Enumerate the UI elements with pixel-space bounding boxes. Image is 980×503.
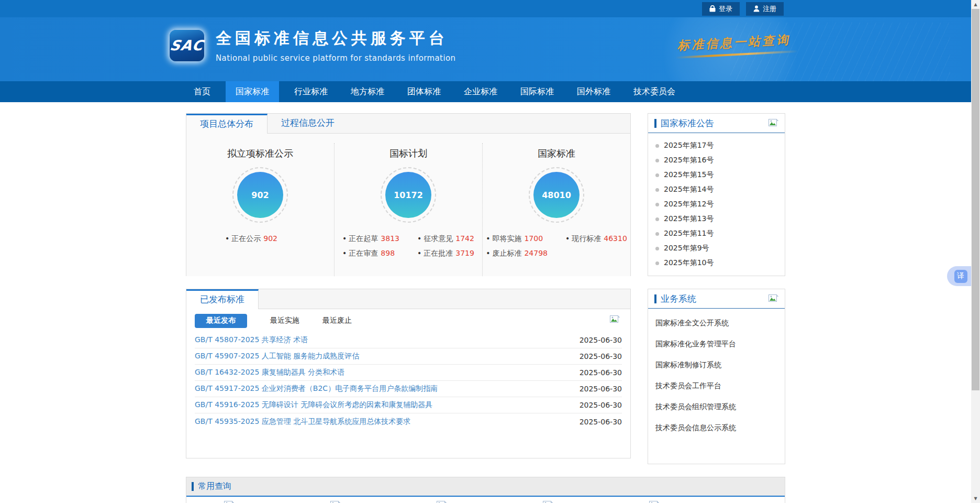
bullet-dot-icon xyxy=(655,188,659,192)
stat-item[interactable]: •正在批准3719 xyxy=(417,249,474,258)
announcement-item[interactable]: 2025年第12号 xyxy=(655,197,777,212)
published-row: GB/T 16432-2025 康复辅助器具 分类和术语 2025-06-30 xyxy=(195,365,622,381)
stat-value: 46310 xyxy=(604,234,627,243)
announcement-item[interactable]: 2025年第15号 xyxy=(655,168,777,182)
announcement-item[interactable]: 2025年第17号 xyxy=(655,138,777,153)
accent-bar xyxy=(654,294,656,303)
stat-item[interactable]: •正在起草3813 xyxy=(342,234,399,244)
published-list: GB/T 45807-2025 共享经济 术语 2025-06-30 GB/T … xyxy=(186,332,630,430)
nav-item[interactable]: 地方标准 xyxy=(343,81,392,102)
standard-link[interactable]: GB/T 45807-2025 共享经济 术语 xyxy=(195,335,308,345)
standard-link[interactable]: GB/T 45916-2025 无障碍设计 无障碍会议所考虑的因素和康复辅助器具 xyxy=(195,400,432,410)
brand[interactable]: SAC 全国标准信息公共服务平台 National public service… xyxy=(170,28,455,63)
broken-image-icon xyxy=(610,315,620,323)
stat-item[interactable]: •现行标准46310 xyxy=(565,234,627,244)
bullet-dot-icon xyxy=(655,261,659,265)
overview-body: 拟立项标准公示 902 •正在公示902 xyxy=(186,134,630,276)
sac-logo-text: SAC xyxy=(169,37,205,53)
announcements-title: 国家标准公告 xyxy=(661,117,714,129)
standard-link[interactable]: GB/T 45907-2025 人工智能 服务能力成熟度评估 xyxy=(195,352,359,361)
scrollbar-thumb[interactable] xyxy=(972,9,979,390)
standard-link[interactable]: GB/T 45917-2025 企业对消费者（B2C）电子商务平台用户条款编制指… xyxy=(195,384,438,393)
stat-item[interactable]: •正在审查898 xyxy=(342,249,399,258)
system-link[interactable]: 技术委员会工作平台 xyxy=(655,376,777,397)
announcement-label: 2025年第10号 xyxy=(664,258,714,268)
system-link[interactable]: 国家标准全文公开系统 xyxy=(655,313,777,334)
announcement-item[interactable]: 2025年第13号 xyxy=(655,212,777,226)
register-button[interactable]: 注册 xyxy=(746,2,784,16)
nav-item[interactable]: 国际标准 xyxy=(513,81,562,102)
stat-item[interactable]: •正在公示902 xyxy=(225,234,277,244)
standard-date: 2025-06-30 xyxy=(580,385,622,393)
common-queries-title: 常用查询 xyxy=(198,481,231,492)
published-row: GB/T 45807-2025 共享经济 术语 2025-06-30 xyxy=(195,332,622,348)
stat-col-national: 国家标准 48010 •即将实施1700 •现行标准46310 xyxy=(482,143,630,276)
announcement-label: 2025年第14号 xyxy=(664,185,714,194)
announcement-item[interactable]: 2025年第11号 xyxy=(655,226,777,241)
stat-value: 1700 xyxy=(524,234,543,243)
broken-image-icon[interactable] xyxy=(649,501,659,503)
nav-item[interactable]: 国家标准 xyxy=(226,81,279,102)
published-standards-panel: 已发布标准 最近发布 最近实施 最近废止 xyxy=(186,289,631,458)
stat-item[interactable]: •废止标准24798 xyxy=(486,249,548,258)
system-link[interactable]: 技术委员会组织管理系统 xyxy=(655,397,777,418)
scrollbar-down-arrow[interactable]: ▼ xyxy=(971,494,980,503)
tab-process-disclosure[interactable]: 过程信息公开 xyxy=(268,114,348,133)
broken-image-icon[interactable] xyxy=(224,501,234,503)
broken-image-icon[interactable] xyxy=(330,501,340,503)
translate-icon: 译 xyxy=(954,270,967,283)
nav-item[interactable]: 首页 xyxy=(186,81,218,102)
published-row: GB/T 45907-2025 人工智能 服务能力成熟度评估 2025-06-3… xyxy=(195,348,622,365)
bullet-dot-icon xyxy=(655,217,659,221)
nav-item[interactable]: 国外标准 xyxy=(569,81,618,102)
broken-image-icon[interactable] xyxy=(437,501,447,503)
announcement-item[interactable]: 2025年第10号 xyxy=(655,256,777,270)
stat-label: 征求意见 xyxy=(424,234,453,243)
system-link[interactable]: 国家标准化业务管理平台 xyxy=(655,334,777,355)
stat-item[interactable]: •即将实施1700 xyxy=(486,234,548,244)
project-overview-panel: 项目总体分布 过程信息公开 拟立项标准公示 902 xyxy=(186,113,631,276)
bullet-dot-icon xyxy=(655,144,659,148)
announcement-item[interactable]: 2025年第9号 xyxy=(655,241,777,256)
stat-label: 现行标准 xyxy=(572,234,601,243)
tab-project-distribution[interactable]: 项目总体分布 xyxy=(186,114,268,134)
broken-image-icon[interactable] xyxy=(543,501,553,503)
announcement-item[interactable]: 2025年第16号 xyxy=(655,153,777,168)
stat-item[interactable]: •征求意见1742 xyxy=(417,234,474,244)
accent-bar xyxy=(654,119,656,128)
scrollbar[interactable]: ▲ ▼ xyxy=(971,0,980,503)
subtab-recently-published[interactable]: 最近发布 xyxy=(195,314,247,328)
login-button[interactable]: 登录 xyxy=(702,2,740,16)
site-subtitle: National public service platform for sta… xyxy=(216,53,455,63)
announcement-item[interactable]: 2025年第14号 xyxy=(655,182,777,197)
stat-ring: 10172 xyxy=(381,167,436,223)
standard-link[interactable]: GB/T 45935-2025 应急管理 北斗卫星导航系统应用总体技术要求 xyxy=(195,417,410,427)
scrollbar-up-arrow[interactable]: ▲ xyxy=(971,0,980,9)
announcement-label: 2025年第12号 xyxy=(664,200,714,209)
subtab-recently-implemented[interactable]: 最近实施 xyxy=(270,316,299,325)
nav-item[interactable]: 行业标准 xyxy=(286,81,336,102)
stat-label: 即将实施 xyxy=(492,234,521,243)
register-label: 注册 xyxy=(763,4,776,14)
user-icon xyxy=(753,5,760,12)
announcement-label: 2025年第9号 xyxy=(664,244,709,253)
nav-item[interactable]: 企业标准 xyxy=(456,81,505,102)
system-link[interactable]: 技术委员会信息公示系统 xyxy=(655,418,777,439)
broken-image-icon[interactable] xyxy=(769,294,778,302)
tab-published-standards[interactable]: 已发布标准 xyxy=(186,289,259,309)
system-link[interactable]: 国家标准制修订系统 xyxy=(655,355,777,376)
standard-link[interactable]: GB/T 16432-2025 康复辅助器具 分类和术语 xyxy=(195,368,344,377)
nav-item[interactable]: 技术委员会 xyxy=(626,81,683,102)
broken-image-icon[interactable] xyxy=(769,119,778,127)
published-row: GB/T 45935-2025 应急管理 北斗卫星导航系统应用总体技术要求 20… xyxy=(195,413,622,430)
subtab-recently-abolished[interactable]: 最近废止 xyxy=(322,316,352,325)
site-title: 全国标准信息公共服务平台 xyxy=(216,28,455,49)
stat-value: 1742 xyxy=(455,234,474,243)
translate-widget[interactable]: 译 xyxy=(947,266,974,286)
published-row: GB/T 45916-2025 无障碍设计 无障碍会议所考虑的因素和康复辅助器具… xyxy=(195,397,622,413)
site-header: SAC 全国标准信息公共服务平台 National public service… xyxy=(0,17,971,81)
nav-item[interactable]: 团体标准 xyxy=(399,81,449,102)
standard-date: 2025-06-30 xyxy=(580,418,622,426)
stat-value: 3719 xyxy=(455,249,474,257)
bullet-dot-icon xyxy=(655,159,659,162)
